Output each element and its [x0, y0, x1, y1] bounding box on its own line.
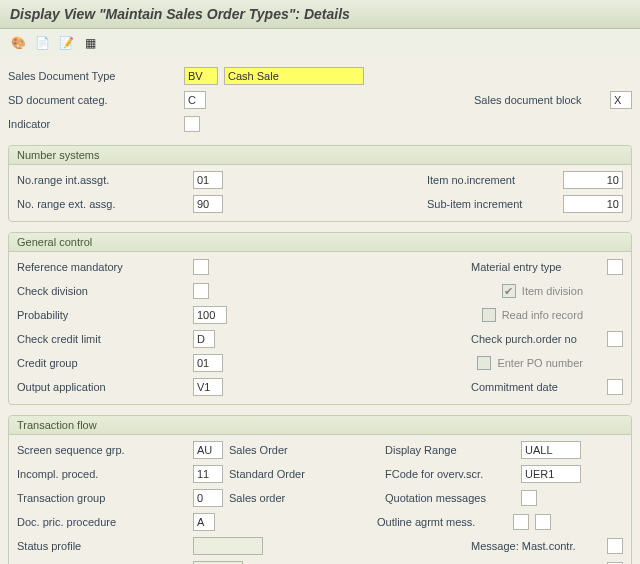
grid-icon[interactable]: ▦: [80, 33, 100, 53]
status-profile-input[interactable]: [193, 537, 263, 555]
sd-doc-categ-input[interactable]: [184, 91, 206, 109]
sub-item-inc-input[interactable]: [563, 195, 623, 213]
probability-input[interactable]: [193, 306, 227, 324]
quot-msg-input[interactable]: [521, 490, 537, 506]
msg-mast-contr-input[interactable]: [607, 538, 623, 554]
screen-seq-grp-desc: Sales Order: [229, 444, 379, 456]
item-division-checkbox: ✔: [502, 284, 516, 298]
quot-msg-label: Quotation messages: [385, 492, 515, 504]
indicator-input[interactable]: [184, 116, 200, 132]
check-division-label: Check division: [17, 285, 187, 297]
incompl-proced-input[interactable]: [193, 465, 223, 483]
transaction-flow-group: Transaction flow Screen sequence grp. Sa…: [8, 415, 632, 564]
toggle-icon[interactable]: 🎨: [8, 33, 28, 53]
status-profile-label: Status profile: [17, 540, 187, 552]
general-control-title: General control: [9, 233, 631, 252]
toolbar: 🎨 📄 📝 ▦: [0, 29, 640, 57]
fcode-input[interactable]: [521, 465, 581, 483]
commitment-date-input[interactable]: [607, 379, 623, 395]
no-range-ext-input[interactable]: [193, 195, 223, 213]
no-range-ext-label: No. range ext. assg.: [17, 198, 187, 210]
enter-po-checkbox: [477, 356, 491, 370]
sales-doc-type-label: Sales Document Type: [8, 70, 178, 82]
trans-group-label: Transaction group: [17, 492, 187, 504]
sd-doc-categ-label: SD document categ.: [8, 94, 178, 106]
material-entry-label: Material entry type: [471, 261, 601, 273]
check-purch-order-label: Check purch.order no: [471, 333, 601, 345]
no-range-int-input[interactable]: [193, 171, 223, 189]
material-entry-input[interactable]: [607, 259, 623, 275]
outline-agrmt-label: Outline agrmt mess.: [377, 516, 507, 528]
item-inc-input[interactable]: [563, 171, 623, 189]
sales-doc-block-label: Sales document block: [474, 94, 604, 106]
doc-pric-proc-label: Doc. pric. procedure: [17, 516, 187, 528]
ref-mandatory-label: Reference mandatory: [17, 261, 187, 273]
item-inc-label: Item no.increment: [427, 174, 557, 186]
display-range-label: Display Range: [385, 444, 515, 456]
transaction-flow-title: Transaction flow: [9, 416, 631, 435]
general-control-group: General control Reference mandatory Mate…: [8, 232, 632, 405]
enter-po-label: Enter PO number: [497, 357, 583, 369]
check-division-input[interactable]: [193, 283, 209, 299]
sales-doc-block-input[interactable]: [610, 91, 632, 109]
check-credit-label: Check credit limit: [17, 333, 187, 345]
trans-group-desc: Sales order: [229, 492, 379, 504]
indicator-label: Indicator: [8, 118, 178, 130]
output-app-input[interactable]: [193, 378, 223, 396]
fcode-label: FCode for overv.scr.: [385, 468, 515, 480]
sales-doc-type-code[interactable]: [184, 67, 218, 85]
check-credit-input[interactable]: [193, 330, 215, 348]
no-range-int-label: No.range int.assgt.: [17, 174, 187, 186]
page-title: Display View "Maintain Sales Order Types…: [0, 0, 640, 29]
trans-group-input[interactable]: [193, 489, 223, 507]
outline-agrmt-extra-input[interactable]: [535, 514, 551, 530]
ref-mandatory-input[interactable]: [193, 259, 209, 275]
item-division-label: Item division: [522, 285, 583, 297]
output-app-label: Output application: [17, 381, 187, 393]
screen-seq-grp-input[interactable]: [193, 441, 223, 459]
doc-pric-proc-input[interactable]: [193, 513, 215, 531]
page-add-icon[interactable]: 📝: [56, 33, 76, 53]
credit-group-input[interactable]: [193, 354, 223, 372]
probability-label: Probability: [17, 309, 187, 321]
screen-seq-grp-label: Screen sequence grp.: [17, 444, 187, 456]
credit-group-label: Credit group: [17, 357, 187, 369]
page-nav-icon[interactable]: 📄: [32, 33, 52, 53]
sales-doc-type-desc[interactable]: [224, 67, 364, 85]
display-range-input[interactable]: [521, 441, 581, 459]
msg-mast-contr-label: Message: Mast.contr.: [471, 540, 601, 552]
read-info-record-checkbox: [482, 308, 496, 322]
incompl-proced-label: Incompl. proced.: [17, 468, 187, 480]
read-info-record-label: Read info record: [502, 309, 583, 321]
number-systems-group: Number systems No.range int.assgt. Item …: [8, 145, 632, 222]
incompl-proced-desc: Standard Order: [229, 468, 379, 480]
sub-item-inc-label: Sub-item increment: [427, 198, 557, 210]
commitment-date-label: Commitment date: [471, 381, 601, 393]
outline-agrmt-input[interactable]: [513, 514, 529, 530]
check-purch-order-input[interactable]: [607, 331, 623, 347]
number-systems-title: Number systems: [9, 146, 631, 165]
